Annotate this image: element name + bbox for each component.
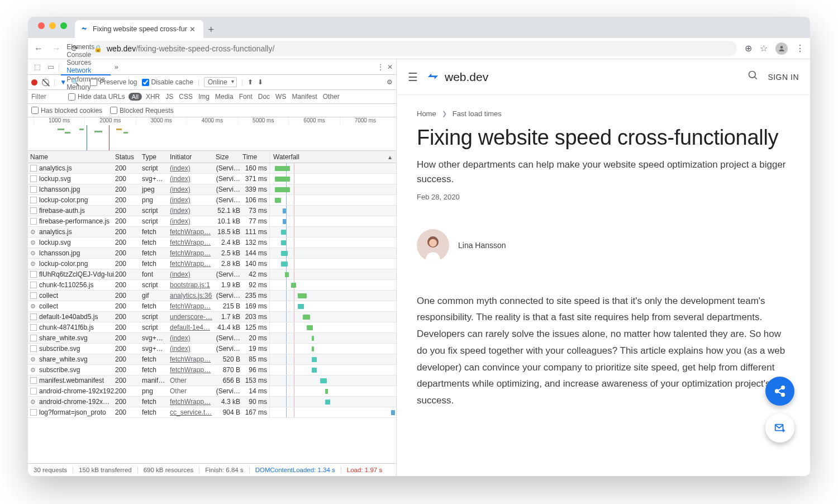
search-icon[interactable]: 🔍 <box>71 78 79 86</box>
search-icon[interactable] <box>747 70 759 84</box>
file-icon <box>30 207 37 214</box>
svg-point-1 <box>749 72 756 78</box>
table-row[interactable]: flUhRq6tzZclQEJ-Vdg-Iui…200font(index)(S… <box>28 269 396 280</box>
upload-har-icon[interactable]: ⬆ <box>247 78 253 86</box>
table-row[interactable]: firebase-performance.js200script(index)1… <box>28 216 396 227</box>
subscribe-fab[interactable] <box>765 413 794 443</box>
more-tabs-icon[interactable]: » <box>112 63 121 71</box>
hide-data-urls-checkbox[interactable]: Hide data URLs <box>68 93 125 101</box>
address-bar[interactable]: 🔒 web.dev/fixing-website-speed-cross-fun… <box>87 41 737 56</box>
col-initiator[interactable]: Initiator <box>170 153 216 161</box>
type-filter-other[interactable]: Other <box>321 93 341 101</box>
crumb-home[interactable]: Home <box>417 110 436 118</box>
type-filter-media[interactable]: Media <box>213 93 235 101</box>
new-tab-button[interactable]: + <box>203 24 219 38</box>
table-row[interactable]: android-chrome-192x192.…200pngOther(Serv… <box>28 386 396 397</box>
type-filter-all[interactable]: All <box>128 93 142 101</box>
menu-icon[interactable]: ☰ <box>408 70 418 84</box>
filter-toggle-icon[interactable]: ▼ <box>60 78 66 86</box>
menu-icon[interactable]: ⋮ <box>796 43 804 54</box>
titlebar: Fixing website speed cross-fur ✕ + <box>28 17 810 38</box>
type-filter-font[interactable]: Font <box>237 93 254 101</box>
author-avatar <box>417 229 449 261</box>
table-row[interactable]: analytics.js200script(index)(Servi…160 m… <box>28 163 396 174</box>
has-blocked-cookies-checkbox[interactable]: Has blocked cookies <box>31 107 102 115</box>
table-row[interactable]: collect200gifanalytics.js:36(Servi…235 m… <box>28 291 396 301</box>
maximize-window[interactable] <box>60 22 67 29</box>
type-filter-ws[interactable]: WS <box>274 93 288 101</box>
install-app-icon[interactable]: ⊕ <box>745 43 752 54</box>
table-row[interactable]: default-1e40abd5.js200scriptunderscore-…… <box>28 312 396 322</box>
table-row[interactable]: subscribe.svg200svg+…(index)(Servi…19 ms <box>28 344 396 354</box>
devtools-tab-elements[interactable]: Elements <box>61 43 111 51</box>
col-time[interactable]: Time <box>242 153 269 161</box>
col-size[interactable]: Size <box>216 153 242 161</box>
table-row[interactable]: lchansson.jpg200jpeg(index)(Servi…339 ms <box>28 184 396 195</box>
table-row[interactable]: firebase-auth.js200script(index)52.1 kB7… <box>28 206 396 216</box>
close-tab-icon[interactable]: ✕ <box>187 25 198 34</box>
record-button[interactable] <box>31 79 37 85</box>
table-row[interactable]: ⚙lchansson.jpg200fetchfetchWrapp…2.5 kB1… <box>28 248 396 259</box>
table-row[interactable]: ⚙share_white.svg200fetchfetchWrapp…520 B… <box>28 354 396 365</box>
throttling-select[interactable]: Online <box>204 77 237 87</box>
browser-tab[interactable]: Fixing website speed cross-fur ✕ <box>75 20 203 38</box>
sign-in-button[interactable]: SIGN IN <box>768 73 799 82</box>
table-row[interactable]: chunk-48741f6b.js200scriptdefault-1e4…41… <box>28 322 396 333</box>
devtools-tab-sources[interactable]: Sources <box>61 59 111 66</box>
status-finish: Finish: 6.84 s <box>199 467 249 473</box>
blocked-requests-checkbox[interactable]: Blocked Requests <box>110 107 174 115</box>
device-toggle-icon[interactable]: ▭ <box>45 63 57 71</box>
minimize-window[interactable] <box>49 22 56 29</box>
close-window[interactable] <box>38 22 45 29</box>
table-row[interactable]: ⚙android-chrome-192x…200fetchfetchWrapp…… <box>28 397 396 407</box>
type-filter-manifest[interactable]: Manifest <box>290 93 318 101</box>
type-filter-xhr[interactable]: XHR <box>144 93 161 101</box>
col-type[interactable]: Type <box>142 153 170 161</box>
table-row[interactable]: ⚙subscribe.svg200fetchfetchWrapp…870 B96… <box>28 365 396 375</box>
devtools-menu-icon[interactable]: ⋮ <box>377 63 384 71</box>
preserve-log-checkbox[interactable]: Preserve log <box>90 78 137 86</box>
table-row[interactable]: ⚙analytics.js200fetchfetchWrapp…18.5 kB1… <box>28 227 396 237</box>
filter-input[interactable] <box>31 93 65 101</box>
col-waterfall[interactable]: Waterfall▴ <box>269 151 396 163</box>
type-filter-css[interactable]: CSS <box>177 93 194 101</box>
inspect-icon[interactable]: ⬚ <box>31 63 44 71</box>
back-button[interactable]: ← <box>34 44 44 54</box>
share-icon <box>774 385 786 397</box>
file-icon <box>30 377 37 384</box>
page-content: ☰ web.dev SIGN IN Home ❯ Fast load times… <box>397 59 810 476</box>
bookmark-icon[interactable]: ☆ <box>760 43 768 54</box>
table-row[interactable]: ⚙lockup-color.png200fetchfetchWrapp…2.8 … <box>28 259 396 269</box>
crumb-fast-load[interactable]: Fast load times <box>453 110 502 118</box>
forward-button[interactable]: → <box>51 44 61 54</box>
devtools-tab-console[interactable]: Console <box>61 51 111 59</box>
col-status[interactable]: Status <box>115 153 142 161</box>
table-row[interactable]: ⚙lockup.svg200fetchfetchWrapp…2.4 kB132 … <box>28 237 396 248</box>
devtools-close-icon[interactable]: ✕ <box>387 63 393 71</box>
status-bar: 30 requests 150 kB transferred 690 kB re… <box>28 464 396 476</box>
share-fab[interactable] <box>765 377 794 406</box>
site-logo[interactable]: web.dev <box>427 70 488 84</box>
filter-bar: Hide data URLs AllXHRJSCSSImgMediaFontDo… <box>28 90 396 104</box>
type-filter-doc[interactable]: Doc <box>256 93 272 101</box>
file-icon <box>30 335 37 341</box>
table-row[interactable]: chunk-fc110256.js200scriptbootstrap.js:1… <box>28 280 396 291</box>
table-row[interactable]: ⚙collect200fetchfetchWrapp…215 B169 ms <box>28 301 396 312</box>
overview-timeline[interactable]: 1000 ms2000 ms3000 ms4000 ms5000 ms6000 … <box>28 117 396 151</box>
table-row[interactable]: lockup-color.png200png(index)(Servi…106 … <box>28 195 396 206</box>
devtools-panel: ⬚ ▭ | ElementsConsoleSourcesNetworkPerfo… <box>28 59 397 476</box>
table-row[interactable]: lockup.svg200svg+…(index)(Servi…371 ms <box>28 174 396 184</box>
devtools-tab-network[interactable]: Network <box>61 66 111 75</box>
type-filter-img[interactable]: Img <box>197 93 211 101</box>
table-row[interactable]: share_white.svg200svg+…(index)(Servi…20 … <box>28 333 396 344</box>
settings-icon[interactable]: ⚙ <box>387 78 393 86</box>
author-name: Lina Hansson <box>458 241 506 250</box>
clear-button[interactable] <box>42 79 49 86</box>
download-har-icon[interactable]: ⬇ <box>258 78 263 86</box>
table-row[interactable]: manifest.webmanifest200manif…Other656 B1… <box>28 375 396 386</box>
disable-cache-checkbox[interactable]: Disable cache <box>142 78 193 86</box>
profile-button[interactable] <box>775 42 788 55</box>
col-name[interactable]: Name <box>28 153 115 161</box>
table-row[interactable]: log?format=json_proto200fetchcc_service.… <box>28 407 396 418</box>
type-filter-js[interactable]: JS <box>164 93 175 101</box>
